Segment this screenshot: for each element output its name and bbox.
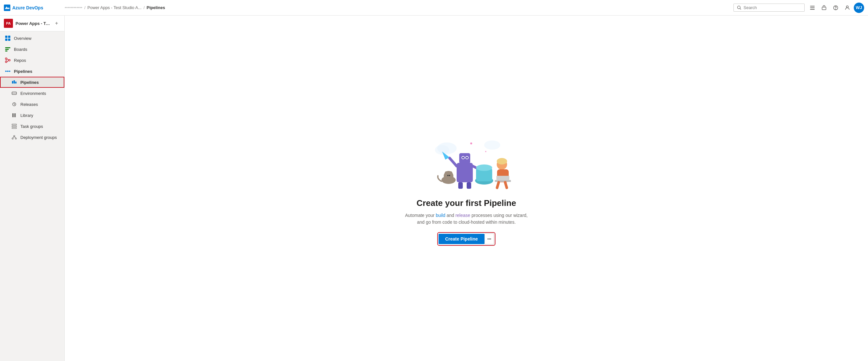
search-input[interactable] [743, 5, 799, 10]
main-content: Create your first Pipeline Automate your… [65, 16, 868, 361]
svg-line-41 [14, 137, 16, 138]
svg-rect-27 [15, 82, 17, 84]
svg-rect-16 [5, 51, 7, 52]
svg-point-73 [497, 158, 507, 164]
svg-point-74 [487, 239, 488, 240]
breadcrumb-project[interactable]: Power Apps - Test Studio A... [87, 5, 141, 10]
hero-title: Create your first Pipeline [416, 198, 516, 208]
overview-label: Overview [14, 36, 31, 41]
more-options-button[interactable] [485, 233, 494, 245]
sidebar: PA Power Apps - Test Stud... + Overview [0, 16, 65, 361]
svg-point-18 [5, 61, 7, 63]
svg-point-45 [470, 142, 472, 144]
releases-icon [11, 101, 17, 107]
repos-label: Repos [14, 58, 26, 63]
help-button[interactable] [831, 3, 841, 13]
profile-icon-button[interactable] [842, 3, 852, 13]
svg-rect-33 [15, 113, 16, 117]
user-avatar[interactable]: WJ [854, 3, 864, 13]
sidebar-nav: Overview Boards [0, 31, 64, 144]
sidebar-item-repos[interactable]: Repos [0, 55, 64, 66]
svg-point-17 [5, 58, 7, 60]
hero-illustration [414, 132, 518, 190]
boards-icon [5, 46, 11, 52]
svg-point-46 [485, 151, 486, 152]
hero-actions: Create Pipeline [438, 233, 494, 245]
svg-point-21 [7, 71, 8, 72]
svg-rect-5 [810, 9, 815, 10]
svg-rect-10 [5, 36, 7, 38]
sidebar-item-boards[interactable]: Boards [0, 44, 64, 55]
sidebar-item-pipelines[interactable]: Pipelines [0, 77, 64, 88]
svg-rect-32 [13, 113, 14, 117]
sidebar-item-deployment-groups[interactable]: Deployment groups [0, 132, 64, 143]
svg-point-44 [484, 140, 500, 149]
svg-point-43 [435, 145, 449, 155]
svg-line-59 [450, 158, 457, 166]
svg-rect-6 [822, 7, 826, 10]
environments-icon [11, 90, 17, 96]
svg-line-40 [12, 137, 14, 138]
search-box[interactable] [734, 4, 805, 12]
sidebar-item-pipelines-section[interactable]: Pipelines [0, 66, 64, 77]
svg-point-66 [476, 164, 492, 171]
settings-button[interactable] [807, 3, 817, 13]
svg-point-51 [447, 175, 448, 176]
svg-rect-3 [810, 6, 815, 6]
environments-label: Environments [20, 91, 46, 96]
add-project-button[interactable]: + [53, 20, 60, 27]
svg-rect-54 [459, 153, 470, 164]
sidebar-header: PA Power Apps - Test Stud... + [0, 16, 64, 31]
svg-point-1 [737, 6, 740, 9]
hero-area: Create your first Pipeline Automate your… [65, 16, 868, 361]
svg-point-38 [12, 138, 13, 139]
breadcrumb-page[interactable]: Pipelines [147, 5, 165, 10]
build-link[interactable]: build [436, 213, 445, 218]
svg-rect-11 [8, 36, 10, 38]
svg-rect-53 [457, 163, 473, 182]
search-icon [737, 5, 742, 10]
sidebar-item-library[interactable]: Library [0, 110, 64, 121]
hero-subtitle: Automate your build and release processe… [402, 212, 531, 226]
svg-rect-62 [467, 182, 471, 189]
svg-line-2 [740, 8, 741, 9]
sidebar-item-overview[interactable]: Overview [0, 33, 64, 44]
svg-point-39 [15, 138, 17, 139]
svg-point-52 [449, 175, 450, 176]
svg-point-8 [836, 9, 836, 9]
create-pipeline-box: Create Pipeline [438, 233, 494, 245]
svg-point-76 [490, 239, 491, 240]
svg-point-37 [13, 135, 15, 137]
svg-rect-14 [5, 47, 10, 48]
release-link[interactable]: release [455, 213, 470, 218]
svg-point-58 [466, 157, 468, 159]
svg-rect-4 [810, 7, 815, 8]
deployment-groups-label: Deployment groups [20, 135, 57, 140]
task-groups-icon [11, 123, 17, 129]
svg-rect-36 [12, 128, 17, 129]
repos-icon [5, 57, 11, 63]
topbar: Azure DevOps •••••••••••• / Power Apps -… [0, 0, 868, 16]
svg-point-75 [489, 239, 490, 240]
sidebar-item-task-groups[interactable]: Task groups [0, 121, 64, 132]
pipelines-section-icon [5, 68, 11, 74]
library-icon [11, 112, 17, 118]
svg-point-19 [9, 60, 10, 61]
breadcrumb: •••••••••••• / Power Apps - Test Studio … [65, 5, 731, 10]
topbar-actions: WJ [807, 3, 864, 13]
svg-rect-25 [12, 81, 13, 84]
shopping-button[interactable] [819, 3, 829, 13]
sidebar-item-environments[interactable]: Environments [0, 88, 64, 99]
create-pipeline-button[interactable]: Create Pipeline [438, 234, 484, 244]
app-logo[interactable]: Azure DevOps [4, 4, 62, 11]
project-icon: PA [4, 19, 13, 28]
svg-rect-12 [5, 38, 7, 41]
pipelines-item-label: Pipelines [20, 80, 39, 85]
pipelines-section-label: Pipelines [14, 69, 32, 74]
boards-label: Boards [14, 47, 27, 52]
app-name: Azure DevOps [12, 5, 43, 10]
svg-rect-31 [12, 113, 13, 117]
sidebar-item-releases[interactable]: Releases [0, 99, 64, 110]
svg-line-72 [505, 182, 507, 188]
project-name: Power Apps - Test Stud... [16, 21, 50, 26]
